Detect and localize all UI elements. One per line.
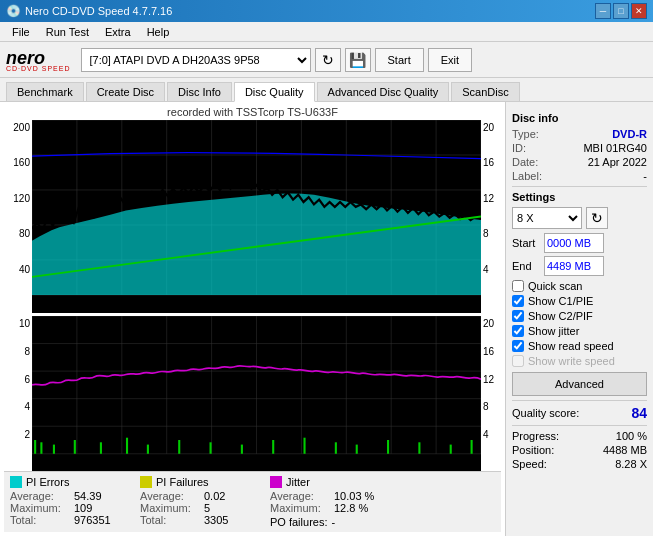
chart-top-y-right: 20 16 12 8 4: [481, 120, 501, 313]
quality-score-row: Quality score: 84: [512, 405, 647, 421]
show-jitter-checkbox[interactable]: [512, 325, 524, 337]
end-label: End: [512, 260, 540, 272]
pi-errors-legend: [10, 476, 22, 488]
logo-sub: CD·DVD SPEED: [6, 65, 71, 72]
refresh-icon: ↻: [322, 52, 334, 68]
svg-rect-40: [126, 438, 128, 454]
show-write-speed-label: Show write speed: [528, 355, 615, 367]
charts-area: recorded with TSSTcorp TS-U633F 200 160 …: [0, 102, 505, 536]
tab-disc-quality[interactable]: Disc Quality: [234, 82, 315, 102]
svg-rect-46: [303, 438, 305, 454]
position-value: 4488 MB: [603, 444, 647, 456]
position-row: Position: 4488 MB: [512, 444, 647, 456]
pi-failures-avg-value: 0.02: [204, 490, 254, 502]
show-write-speed-checkbox: [512, 355, 524, 367]
tabs: Benchmark Create Disc Disc Info Disc Qua…: [0, 78, 653, 102]
speed-value: 8.28 X: [615, 458, 647, 470]
start-mb-row: Start: [512, 233, 647, 253]
svg-rect-41: [147, 445, 149, 454]
svg-rect-35: [34, 440, 36, 454]
show-c1pie-checkbox[interactable]: [512, 295, 524, 307]
disc-label-label: Label:: [512, 170, 542, 182]
quality-score-label: Quality score:: [512, 407, 579, 419]
pi-errors-total-value: 976351: [74, 514, 124, 526]
chart-top-y-left: 200 160 120 80 40: [4, 120, 32, 313]
pi-failures-title: PI Failures: [156, 476, 209, 488]
tab-create-disc[interactable]: Create Disc: [86, 82, 165, 101]
disc-id-label: ID:: [512, 142, 526, 154]
show-jitter-row: Show jitter: [512, 325, 647, 337]
quick-scan-checkbox[interactable]: [512, 280, 524, 292]
drive-select[interactable]: [7:0] ATAPI DVD A DH20A3S 9P58: [81, 48, 311, 72]
svg-rect-48: [356, 445, 358, 454]
disc-type-label: Type:: [512, 128, 539, 140]
quality-score-value: 84: [631, 405, 647, 421]
stats-pi-errors: PI Errors Average: 54.39 Maximum: 109 To…: [10, 476, 130, 528]
tab-scan-disc[interactable]: ScanDisc: [451, 82, 519, 101]
jitter-title: Jitter: [286, 476, 310, 488]
quick-scan-row: Quick scan: [512, 280, 647, 292]
menu-file[interactable]: File: [4, 24, 38, 40]
save-button[interactable]: 💾: [345, 48, 371, 72]
show-c2pif-checkbox[interactable]: [512, 310, 524, 322]
exit-button[interactable]: Exit: [428, 48, 472, 72]
pi-errors-total-label: Total:: [10, 514, 70, 526]
tab-disc-info[interactable]: Disc Info: [167, 82, 232, 101]
disc-id-value: MBI 01RG40: [583, 142, 647, 154]
stats-jitter: Jitter Average: 10.03 % Maximum: 12.8 % …: [270, 476, 390, 528]
speed-refresh-button[interactable]: ↻: [586, 207, 608, 229]
refresh-button[interactable]: ↻: [315, 48, 341, 72]
disc-date-value: 21 Apr 2022: [588, 156, 647, 168]
svg-rect-43: [210, 442, 212, 453]
start-button[interactable]: Start: [375, 48, 424, 72]
minimize-button[interactable]: ─: [595, 3, 611, 19]
jitter-max-value: 12.8 %: [334, 502, 384, 514]
app-icon: 💿: [6, 4, 21, 18]
toolbar: nero CD·DVD SPEED [7:0] ATAPI DVD A DH20…: [0, 42, 653, 78]
tab-advanced-disc-quality[interactable]: Advanced Disc Quality: [317, 82, 450, 101]
tab-benchmark[interactable]: Benchmark: [6, 82, 84, 101]
disc-label-row: Label: -: [512, 170, 647, 182]
pi-failures-avg-label: Average:: [140, 490, 200, 502]
stats-area: PI Errors Average: 54.39 Maximum: 109 To…: [4, 471, 501, 532]
po-failures-label: PO failures:: [270, 516, 327, 528]
end-mb-row: End: [512, 256, 647, 276]
stats-pi-failures: PI Failures Average: 0.02 Maximum: 5 Tot…: [140, 476, 260, 528]
chart-bottom-y-right: 20 16 12 8 4: [481, 316, 501, 471]
settings-title: Settings: [512, 191, 647, 203]
quick-scan-label: Quick scan: [528, 280, 582, 292]
svg-rect-38: [74, 440, 76, 454]
show-c1pie-label: Show C1/PIE: [528, 295, 593, 307]
progress-label: Progress:: [512, 430, 559, 442]
end-mb-input[interactable]: [544, 256, 604, 276]
speed-select[interactable]: 8 X MAX 4 X: [512, 207, 582, 229]
chart-bottom-y-left: 10 8 6 4 2: [4, 316, 32, 471]
start-label: Start: [512, 237, 540, 249]
chart-top-svg: [32, 120, 481, 313]
jitter-legend: [270, 476, 282, 488]
show-read-speed-checkbox[interactable]: [512, 340, 524, 352]
menu-help[interactable]: Help: [139, 24, 178, 40]
show-read-speed-label: Show read speed: [528, 340, 614, 352]
jitter-max-label: Maximum:: [270, 502, 330, 514]
maximize-button[interactable]: □: [613, 3, 629, 19]
show-jitter-label: Show jitter: [528, 325, 579, 337]
show-read-speed-row: Show read speed: [512, 340, 647, 352]
menu-extra[interactable]: Extra: [97, 24, 139, 40]
svg-rect-36: [40, 442, 42, 453]
svg-rect-39: [100, 442, 102, 453]
start-mb-input[interactable]: [544, 233, 604, 253]
main-content: recorded with TSSTcorp TS-U633F 200 160 …: [0, 102, 653, 536]
pi-errors-max-label: Maximum:: [10, 502, 70, 514]
disc-date-label: Date:: [512, 156, 538, 168]
show-write-speed-row: Show write speed: [512, 355, 647, 367]
logo: nero CD·DVD SPEED: [6, 48, 71, 72]
pi-errors-avg-value: 54.39: [74, 490, 124, 502]
disc-info-title: Disc info: [512, 112, 647, 124]
advanced-button[interactable]: Advanced: [512, 372, 647, 396]
close-button[interactable]: ✕: [631, 3, 647, 19]
svg-rect-52: [471, 440, 473, 454]
menu-run-test[interactable]: Run Test: [38, 24, 97, 40]
disc-id-row: ID: MBI 01RG40: [512, 142, 647, 154]
pi-failures-legend: [140, 476, 152, 488]
